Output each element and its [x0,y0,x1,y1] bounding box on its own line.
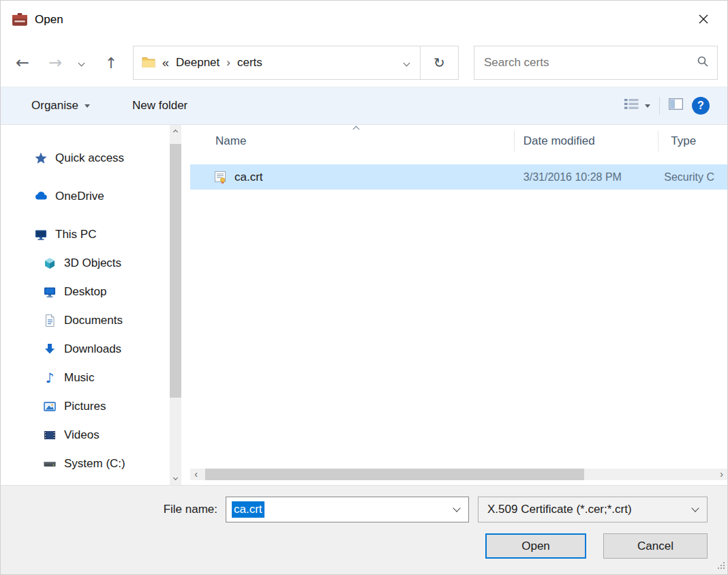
3d-objects-cube-icon [42,256,57,270]
file-date-modified: 3/31/2016 10:28 PM [515,171,658,183]
file-name-value: ca.crt [232,501,264,518]
column-label: Type [671,134,696,148]
scrollbar-up-arrow[interactable] [170,126,181,138]
change-view-button[interactable] [624,98,650,113]
column-header-type[interactable]: Type [658,125,727,158]
desktop-monitor-icon [42,285,57,299]
file-list: Name Date modified Type [190,125,727,485]
system-drive-icon [42,457,57,471]
chevron-down-icon [645,104,650,108]
pictures-image-icon [42,400,57,413]
forward-button[interactable]: → [43,53,67,72]
address-bar[interactable]: « Deepnet › certs [133,46,421,80]
chevron-up-icon [173,130,178,134]
cancel-button[interactable]: Cancel [603,533,708,559]
resize-grip[interactable] [716,560,725,572]
sidebar-item-downloads[interactable]: Downloads [1,335,190,364]
file-type-select[interactable]: X.509 Certificate (*.cer;*.crt) [478,497,708,522]
window-title: Open [35,13,63,27]
file-name-cell: ca.crt [190,171,515,184]
open-button[interactable]: Open [485,533,586,559]
sidebar-item-pictures[interactable]: Pictures [1,392,190,421]
sidebar-item-label: Quick access [55,151,124,165]
sidebar-item-music[interactable]: ♪ Music [1,364,190,392]
sidebar-item-label: Documents [64,314,123,327]
sidebar-item-quick-access[interactable]: Quick access [1,144,190,173]
filelist-horizontal-scrollbar[interactable]: ‹ › [190,469,727,480]
new-folder-button[interactable]: New folder [132,99,187,113]
refresh-button[interactable]: ↻ [420,46,459,80]
chevron-down-icon [78,59,85,66]
navigation-pane: Quick access OneDrive [1,125,190,485]
onedrive-cloud-icon [33,190,48,203]
sidebar-item-label: Desktop [64,285,106,299]
search-box[interactable] [474,46,718,80]
organise-button[interactable]: Organise [31,99,90,113]
certificate-file-icon [213,171,227,184]
close-icon [699,14,708,26]
breadcrumb-item-deepnet[interactable]: Deepnet [176,56,219,70]
close-button[interactable] [689,9,718,31]
column-label: Date modified [524,134,595,148]
scrollbar-thumb[interactable] [170,144,181,398]
dialog-footer: File name: ca.crt X.509 Certificate (*.c… [1,485,727,574]
file-name-dropdown-chevron[interactable] [453,504,460,512]
chevron-down-icon [173,475,178,480]
sidebar-item-videos[interactable]: Videos [1,421,190,449]
column-headers: Name Date modified Type [190,125,727,158]
file-type-value: X.509 Certificate (*.cer;*.crt) [487,503,632,516]
this-pc-monitor-icon [33,228,48,241]
view-controls: ? [624,97,710,115]
breadcrumb-separator-icon[interactable]: › [226,56,230,70]
address-dropdown-chevron[interactable] [404,59,410,66]
up-button[interactable]: ↑ [99,55,123,72]
title-bar: Open [1,1,727,39]
videos-film-icon [42,428,57,442]
sidebar-item-label: Music [64,371,94,385]
file-name-label: File name: [1,497,217,522]
preview-pane-button[interactable] [669,98,683,113]
scrollbar-thumb[interactable] [205,469,584,480]
column-header-name[interactable]: Name [190,125,515,158]
downloads-arrow-icon [42,342,57,356]
sidebar-item-this-pc[interactable]: This PC [1,220,190,249]
history-dropdown-button[interactable] [74,61,88,65]
navigation-bar: ← → ↑ « Deepnet › certs ↻ [1,39,727,87]
sidebar-item-onedrive[interactable]: OneDrive [1,182,190,211]
file-row-ca-crt[interactable]: ca.crt 3/31/2016 10:28 PM Security C [190,164,727,190]
sidebar-item-label: Videos [64,428,100,442]
sidebar-scrollbar[interactable] [170,125,181,485]
preview-pane-icon [669,98,683,113]
new-folder-label: New folder [132,99,187,113]
sidebar-item-system-c[interactable]: System (C:) [1,449,190,478]
file-name: ca.crt [234,171,263,184]
command-bar: Organise New folder [1,87,727,125]
search-input[interactable] [484,56,697,70]
details-view-icon [624,98,639,113]
sidebar-item-desktop[interactable]: Desktop [1,278,190,306]
sidebar-item-label: Pictures [64,400,106,413]
file-name-input[interactable]: ca.crt [226,497,469,522]
sidebar-item-documents[interactable]: Documents [1,306,190,335]
scrollbar-left-arrow[interactable]: ‹ [190,469,202,480]
search-icon[interactable] [697,55,709,70]
sidebar-item-label: System (C:) [64,457,125,471]
app-icon [12,12,28,27]
column-label: Name [215,134,246,148]
toolbar-divider [659,97,660,115]
help-icon: ? [697,100,704,112]
back-button[interactable]: ← [10,53,35,72]
help-button[interactable]: ? [692,97,710,115]
sidebar-item-3d-objects[interactable]: 3D Objects [1,249,190,278]
scrollbar-down-arrow[interactable] [170,472,181,484]
sidebar-item-label: OneDrive [55,190,104,203]
folder-icon [142,56,155,70]
music-note-icon: ♪ [42,370,57,386]
sidebar-item-label: This PC [55,228,96,241]
documents-document-icon [42,314,57,327]
scrollbar-right-arrow[interactable]: › [716,469,727,480]
breadcrumb-item-certs[interactable]: certs [237,56,262,70]
column-header-date-modified[interactable]: Date modified [515,125,658,158]
file-type: Security C [658,171,727,183]
breadcrumb-overflow-chevron[interactable]: « [162,56,169,70]
